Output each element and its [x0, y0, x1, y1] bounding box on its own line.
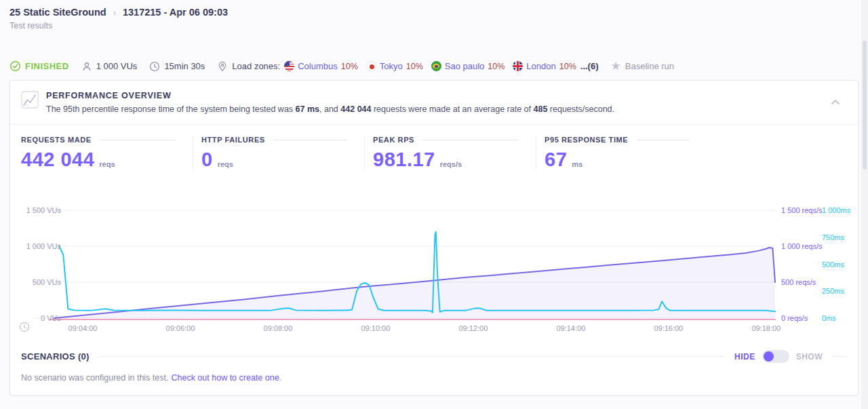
stat-label: REQUESTS MADE [21, 136, 92, 144]
chart-icon [21, 91, 39, 109]
svg-text:500 VUs: 500 VUs [33, 278, 62, 286]
performance-chart[interactable]: 1 500 VUs1 000 VUs500 VUs0 VUs1 500 reqs… [10, 201, 858, 336]
breadcrumb: 25 Static SiteGround › 1317215 - Apr 06 … [9, 7, 857, 18]
svg-text:0ms: 0ms [822, 314, 836, 322]
toggle-knob[interactable] [764, 351, 774, 362]
flag-icon [431, 61, 441, 71]
zone-percent: 10% [559, 62, 576, 71]
svg-text:750ms: 750ms [822, 233, 845, 241]
load-zone: Sao paulo 10% [431, 61, 505, 71]
create-scenario-link[interactable]: Check out how to create one [171, 373, 279, 383]
app-header: 25 Static SiteGround › 1317215 - Apr 06 … [0, 0, 868, 31]
stat-unit: reqs [99, 160, 115, 168]
svg-text:09:14:00: 09:14:00 [556, 324, 585, 332]
page-subtitle: Test results [9, 21, 857, 31]
person-icon [81, 61, 92, 72]
status-vus: 1 000 VUs [81, 61, 138, 72]
stat-value: 0 [201, 150, 213, 170]
stat-card: HTTP FAILURES 0 reqs [193, 136, 364, 170]
stat-divider-line [636, 140, 690, 140]
link-suffix: . [279, 373, 281, 383]
svg-text:09:16:00: 09:16:00 [654, 324, 683, 332]
scrollbar-track[interactable] [861, 0, 868, 409]
scenarios-empty-text: No scenario was configured in this test. [21, 373, 168, 383]
overview-summary: The 95th percentile response time of the… [46, 104, 614, 114]
load-zone: Tokyo 10% [366, 61, 423, 71]
zone-percent: 10% [488, 62, 505, 71]
load-zone: London 10% [513, 61, 576, 71]
status-bar: FINISHED 1 000 VUs 15min 30s Load zones:… [0, 60, 868, 72]
stat-value: 442 044 [21, 150, 94, 170]
chart-wrap: 1 500 VUs1 000 VUs500 VUs0 VUs1 500 reqs… [10, 201, 858, 336]
scenarios-divider-end [832, 356, 847, 357]
svg-text:0 VUs: 0 VUs [41, 314, 61, 322]
load-zones-label: Load zones: [232, 61, 280, 71]
location-pin-icon [217, 61, 228, 72]
breadcrumb-parent-link[interactable]: 25 Static SiteGround [9, 7, 106, 18]
performance-overview-card: PERFORMANCE OVERVIEW The 95th percentile… [9, 80, 859, 395]
stat-card: P95 RESPONSE TIME 67 ms [536, 136, 707, 170]
scrollbar-thumb[interactable] [863, 41, 867, 170]
status-duration: 15min 30s [149, 61, 205, 72]
flag-icon [284, 61, 294, 71]
load-zones-list: Columbus 10% Tokyo 10% Sao paulo 10% Lon… [284, 61, 576, 71]
stat-value: 981.17 [373, 150, 435, 170]
svg-text:09:04:00: 09:04:00 [68, 324, 98, 332]
scenarios-header: SCENARIOS (0) HIDE SHOW [21, 350, 847, 363]
breadcrumb-separator-icon: › [113, 7, 116, 18]
scenarios-divider-line [100, 356, 724, 357]
check-circle-icon [9, 60, 21, 72]
stat-label: PEAK RPS [373, 136, 414, 144]
stat-divider-line [100, 140, 175, 140]
stat-label: P95 RESPONSE TIME [545, 136, 628, 144]
vus-label: 1 000 VUs [96, 61, 138, 71]
star-icon: ★ [611, 60, 621, 72]
breadcrumb-current: 1317215 - Apr 06 09:03 [123, 7, 228, 18]
zone-percent: 10% [406, 62, 423, 71]
status-label: FINISHED [25, 61, 69, 71]
more-zones[interactable]: ...(6) [580, 61, 599, 71]
stat-card: PEAK RPS 981.17 reqs/s [364, 136, 536, 170]
status-baseline: ★ Baseline run [611, 60, 675, 72]
svg-text:09:12:00: 09:12:00 [458, 324, 488, 332]
scenarios-section: SCENARIOS (0) HIDE SHOW No scenario was … [10, 336, 858, 395]
svg-text:0 reqs/s: 0 reqs/s [781, 314, 808, 322]
scenarios-empty-state: No scenario was configured in this test.… [21, 373, 847, 383]
scenarios-toggle[interactable] [762, 350, 789, 363]
overview-title: PERFORMANCE OVERVIEW [46, 91, 614, 100]
stat-label: HTTP FAILURES [201, 136, 265, 144]
stat-unit: ms [572, 160, 583, 168]
test-results-page: { "breadcrumb": { "parent": "25 Static S… [0, 0, 868, 409]
svg-text:1 000ms: 1 000ms [822, 206, 851, 214]
svg-text:1 500 reqs/s: 1 500 reqs/s [781, 206, 823, 214]
duration-label: 15min 30s [164, 61, 205, 71]
svg-text:250ms: 250ms [822, 287, 845, 295]
stat-unit: reqs [218, 160, 233, 168]
svg-text:500ms: 500ms [822, 260, 845, 269]
baseline-label: Baseline run [625, 61, 674, 71]
collapse-chevron-icon[interactable] [831, 96, 840, 108]
status-load-zones: Load zones: Columbus 10% Tokyo 10% Sao p… [217, 61, 598, 72]
svg-text:500 reqs/s: 500 reqs/s [781, 278, 816, 286]
stat-divider-line [422, 140, 518, 140]
stat-divider-line [273, 140, 347, 140]
svg-text:09:10:00: 09:10:00 [361, 324, 390, 332]
flag-icon [513, 61, 523, 71]
stat-value: 67 [545, 150, 567, 170]
flag-icon [366, 61, 376, 71]
performance-overview-header: PERFORMANCE OVERVIEW The 95th percentile… [10, 81, 858, 125]
svg-text:1 000 reqs/s: 1 000 reqs/s [781, 242, 823, 250]
show-label[interactable]: SHOW [796, 352, 823, 362]
status-finished: FINISHED [9, 60, 69, 72]
hide-label[interactable]: HIDE [734, 352, 755, 362]
zone-percent: 10% [341, 62, 358, 71]
svg-text:1 500 VUs: 1 500 VUs [26, 206, 62, 214]
stat-unit: reqs/s [440, 160, 462, 168]
svg-text:09:06:00: 09:06:00 [166, 324, 195, 332]
load-zone: Columbus 10% [284, 61, 358, 71]
scenarios-title: SCENARIOS (0) [21, 351, 90, 362]
chart-clock-icon [20, 323, 29, 332]
stats-row: REQUESTS MADE 442 044 reqs HTTP FAILURES… [10, 125, 858, 170]
zone-city: Sao paulo [445, 61, 485, 71]
svg-text:1 000 VUs: 1 000 VUs [26, 242, 62, 250]
